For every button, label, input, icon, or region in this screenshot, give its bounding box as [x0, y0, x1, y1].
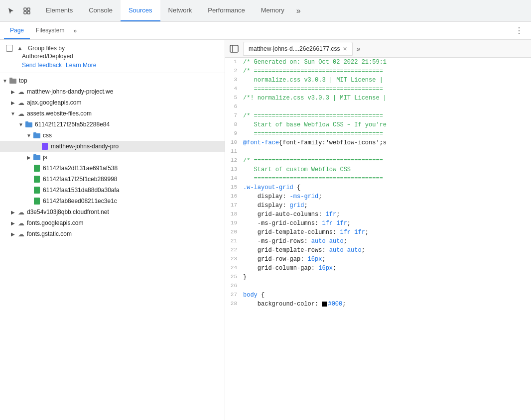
code-line-4: 4 ====================================: [225, 85, 531, 94]
chevron-js: [26, 154, 32, 160]
svg-rect-9: [33, 132, 36, 134]
file-purple-icon: [41, 142, 49, 150]
chevron-fonts: [10, 220, 16, 226]
tree-label-file2: 61142faa17f25f1ceb289998: [43, 176, 117, 183]
file-green3-icon: [33, 186, 41, 194]
tab-network[interactable]: Network: [160, 0, 200, 21]
subtab-dots[interactable]: ⋮: [511, 26, 527, 35]
code-line-19: 19 -ms-grid-columns: 1fr 1fr;: [225, 219, 531, 228]
subtab-page[interactable]: Page: [4, 22, 30, 39]
tree-label-js: js: [43, 154, 47, 161]
code-line-20: 20 grid-template-columns: 1fr 1fr;: [225, 228, 531, 237]
tree-label-file3: 61142faa1531da88d0a30afa: [43, 187, 120, 194]
sidebar-toggle-button[interactable]: [227, 42, 241, 56]
cloud-ajax-icon: ☁: [17, 99, 25, 106]
code-line-1: 1 /* Generated on: Sun Oct 02 2022 21:59…: [225, 58, 531, 67]
left-panel: ▲ Group files by Authored/Deployed Send …: [0, 40, 225, 420]
banner-title: Group files by: [28, 45, 65, 52]
svg-rect-1: [27, 8, 30, 10]
cloud-fontsg-icon: ☁: [17, 230, 25, 238]
tree-item-ajax[interactable]: ☁ ajax.googleapis.com: [0, 97, 225, 108]
tab-more[interactable]: »: [292, 0, 305, 21]
tree-label-fonts: fonts.googleapis.com: [27, 219, 83, 226]
code-line-11: 11: [225, 147, 531, 156]
code-line-12: 12 /* ==================================…: [225, 156, 531, 165]
svg-rect-12: [33, 154, 36, 156]
svg-rect-10: [42, 143, 48, 150]
svg-rect-7: [25, 121, 28, 123]
triangle-icon: ▲: [17, 45, 23, 52]
toolbar: Elements Console Sources Network Perform…: [0, 0, 531, 22]
cloud-matthew-icon: ☁: [17, 88, 25, 96]
tree-item-file2[interactable]: 61142faa17f25f1ceb289998: [0, 174, 225, 185]
code-line-7: 7 /* ===================================…: [225, 111, 531, 120]
learn-more-link[interactable]: Learn More: [66, 62, 96, 69]
inspect-icon[interactable]: [20, 4, 34, 18]
editor-tab-more[interactable]: »: [353, 45, 365, 53]
cursor-icon[interactable]: [4, 4, 18, 18]
tree-item-d3e54[interactable]: ☁ d3e54v103j8qbb.cloudfront.net: [0, 207, 225, 217]
code-area[interactable]: 1 /* Generated on: Sun Oct 02 2022 21:59…: [225, 58, 531, 420]
tree-label-folder1: 61142f1217f25fa5b2288e84: [35, 121, 110, 128]
code-line-18: 18 grid-auto-columns: 1fr;: [225, 210, 531, 219]
svg-rect-4: [9, 79, 16, 84]
tree-label-d3e54: d3e54v103j8qbb.cloudfront.net: [27, 209, 109, 215]
main-layout: ▲ Group files by Authored/Deployed Send …: [0, 40, 531, 420]
tree-label-top: top: [19, 77, 27, 84]
chevron-assets: [10, 110, 16, 116]
group-files-checkbox[interactable]: [6, 45, 13, 52]
tree-item-js[interactable]: js: [0, 152, 225, 163]
tree-item-file4[interactable]: 61142fab8eed08211ec3e1c: [0, 196, 225, 207]
tree-label-matthew: matthew-johns-dandy-project.we: [27, 88, 113, 95]
file-green2-icon: [33, 175, 41, 183]
file-green1-icon: [33, 164, 41, 172]
code-line-5: 5 /*! normalize.css v3.0.3 | MIT License…: [225, 94, 531, 103]
tree-item-file1[interactable]: 61142faa2df131ae691af538: [0, 163, 225, 174]
tab-memory[interactable]: Memory: [253, 0, 292, 21]
color-swatch: [322, 302, 327, 307]
tree-item-assets[interactable]: ☁ assets.website-files.com: [0, 108, 225, 119]
code-line-27: 27 body {: [225, 291, 531, 300]
code-line-3: 3 normalize.css v3.0.3 | MIT License |: [225, 76, 531, 85]
editor-tab-css[interactable]: matthew-johns-d....26e266177.css ×: [243, 42, 353, 56]
editor-tab-close[interactable]: ×: [343, 45, 347, 52]
tree-item-file3[interactable]: 61142faa1531da88d0a30afa: [0, 185, 225, 196]
tree-item-cssfile[interactable]: matthew-johns-dandy-pro: [0, 141, 225, 152]
chevron-matthew: [10, 89, 16, 95]
send-feedback-link[interactable]: Send feedback: [22, 62, 62, 69]
svg-rect-3: [27, 11, 30, 14]
svg-rect-17: [230, 45, 238, 52]
cloud-fonts-icon: ☁: [17, 219, 25, 227]
folder-blue-icon: [25, 120, 33, 128]
code-line-2: 2 /* ===================================…: [225, 67, 531, 76]
chevron-d3e54: [10, 209, 16, 215]
folder-js-icon: [33, 153, 41, 161]
svg-rect-11: [33, 155, 40, 160]
code-line-8: 8 Start of base Webflow CSS – If you're: [225, 120, 531, 129]
tree-item-css[interactable]: css: [0, 130, 225, 141]
tree-item-fonts[interactable]: ☁ fonts.googleapis.com: [0, 217, 225, 228]
svg-rect-8: [33, 133, 40, 138]
tree-item-top[interactable]: top: [0, 75, 225, 86]
subtab-more[interactable]: »: [70, 27, 80, 34]
svg-rect-14: [34, 176, 40, 183]
tree-label-file4: 61142fab8eed08211ec3e1c: [43, 198, 117, 205]
tab-console[interactable]: Console: [81, 0, 121, 21]
folder-css-icon: [33, 131, 41, 139]
chevron-ajax: [10, 100, 16, 105]
tab-performance[interactable]: Performance: [200, 0, 253, 21]
tab-sources[interactable]: Sources: [121, 0, 160, 21]
code-line-14: 14 ====================================: [225, 174, 531, 183]
code-line-16: 16 display: -ms-grid;: [225, 192, 531, 201]
tree-item-matthew[interactable]: ☁ matthew-johns-dandy-project.we: [0, 86, 225, 97]
code-line-22: 22 grid-template-rows: auto auto;: [225, 246, 531, 255]
tree-label-ajax: ajax.googleapis.com: [27, 99, 81, 106]
svg-rect-13: [34, 165, 40, 172]
tree-item-folder1[interactable]: 61142f1217f25fa5b2288e84: [0, 119, 225, 130]
tab-elements[interactable]: Elements: [38, 0, 81, 21]
tree-item-fontsg[interactable]: ☁ fonts.gstatic.com: [0, 228, 225, 239]
subtab-filesystem[interactable]: Filesystem: [30, 22, 70, 39]
svg-rect-5: [9, 78, 12, 79]
tree-label-cssfile: matthew-johns-dandy-pro: [51, 143, 119, 150]
toolbar-icons: [4, 4, 34, 18]
